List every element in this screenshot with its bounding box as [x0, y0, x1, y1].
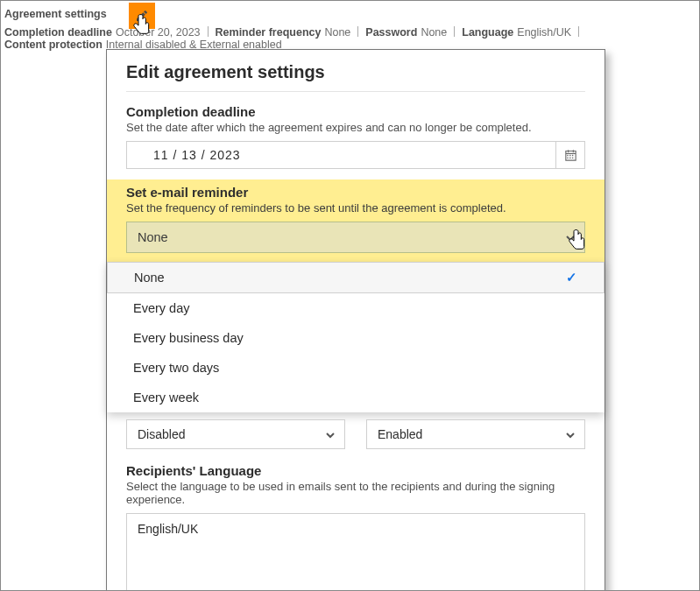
- reminder-frequency-dropdown: None ✓ Every day Every business day Ever…: [107, 262, 605, 412]
- chevron-down-icon: [325, 429, 336, 440]
- dropdown-option-every-business-day[interactable]: Every business day: [107, 323, 605, 353]
- dropdown-option-every-day[interactable]: Every day: [107, 293, 605, 323]
- page-title: Agreement settings: [4, 8, 107, 20]
- protection-row: Disabled Enabled: [126, 419, 585, 449]
- dropdown-option-none[interactable]: None ✓: [107, 262, 605, 293]
- email-reminder-section: Set e-mail reminder Set the frequency of…: [107, 179, 605, 262]
- dropdown-option-every-week[interactable]: Every week: [107, 383, 605, 412]
- section-title: Set e-mail reminder: [126, 185, 585, 200]
- agreement-settings-bar: Agreement settings Completion deadlineOc…: [1, 1, 699, 56]
- pencil-icon: [135, 9, 149, 23]
- edit-agreement-settings-modal: Edit agreement settings Completion deadl…: [106, 49, 605, 591]
- chevron-down-icon: [565, 429, 576, 440]
- calendar-button[interactable]: [555, 141, 585, 169]
- language-select[interactable]: English/UK: [126, 513, 585, 591]
- check-icon: ✓: [566, 271, 577, 285]
- section-description: Select the language to be used in emails…: [126, 480, 585, 506]
- calendar-icon: [563, 148, 578, 163]
- edit-settings-button[interactable]: [129, 3, 155, 29]
- external-protection-select[interactable]: Enabled: [366, 419, 585, 449]
- chevron-down-icon: [565, 232, 576, 243]
- completion-deadline-section: Completion deadline Set the date after w…: [126, 104, 585, 169]
- divider: [126, 91, 585, 92]
- completion-deadline-input[interactable]: 11 / 13 / 2023: [126, 141, 555, 169]
- dropdown-option-every-two-days[interactable]: Every two days: [107, 353, 605, 383]
- section-title: Recipients' Language: [126, 463, 585, 478]
- section-description: Set the date after which the agreement e…: [126, 121, 585, 134]
- recipients-language-section: Recipients' Language Select the language…: [126, 463, 585, 591]
- select-value: None: [138, 230, 168, 244]
- internal-protection-select[interactable]: Disabled: [126, 419, 345, 449]
- modal-title: Edit agreement settings: [126, 62, 585, 82]
- reminder-frequency-select[interactable]: None: [126, 222, 585, 253]
- section-description: Set the frequency of reminders to be sen…: [126, 201, 585, 215]
- section-title: Completion deadline: [126, 104, 585, 119]
